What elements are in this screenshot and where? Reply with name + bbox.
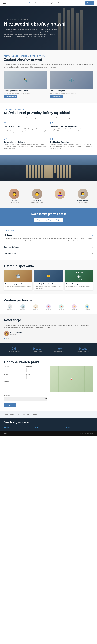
nav-pricing[interactable]: Pricing Plan xyxy=(47,2,55,4)
nav-home[interactable]: Home xyxy=(29,2,33,4)
testimonials-section: Referencje Lorem ipsum dolor sit amet, c… xyxy=(0,314,97,343)
lastname-input[interactable] xyxy=(26,368,47,372)
partner-name-3: CONTACT xyxy=(46,309,51,310)
meetings-section: Ostatnie spotkania 🏛️ Twoi partnerzy spr… xyxy=(0,260,97,294)
footer-nav: Home About FAQ Pricing Plan Contact xyxy=(0,411,97,418)
meeting-text-2: Ut odio elit et dolore magna aliqua at v… xyxy=(66,285,92,287)
footer-link-3[interactable]: Pricing Plan xyxy=(22,414,30,416)
team-member-3: 👩‍💼 NAT REYNOLDS Księgowy-audytor xyxy=(72,188,93,203)
navigation-label: Navigation xyxy=(4,395,47,396)
stat-0: 0% Doświadczeni Klienci xyxy=(4,347,24,352)
team-grid: 👩 CELIA ALMEDA Kierownik biura 👨 JACK AL… xyxy=(4,188,93,203)
partner-icon-1: 🏢 xyxy=(20,304,25,309)
lawyer-title-1: Gwarancja doskonałości prawnej xyxy=(50,126,93,128)
stat-1: 0 tys. Kancelarie prawne xyxy=(27,347,47,352)
cta-button[interactable]: Uzyskaj bezpłatną konsultację xyxy=(34,218,63,222)
lawyers-grid: 01 Obrona Twoich praw Lorem ipsum dolor … xyxy=(4,122,93,150)
stat-2: 0+ Nagrody i certyfikaty xyxy=(50,347,70,352)
contact-form-section: Ochrona Twoich praw First Name Last Name… xyxy=(0,356,97,411)
partner-2: 📋 CONTACT xyxy=(30,304,41,310)
team-member-0: 👩 CELIA ALMEDA Kierownik biura xyxy=(4,188,25,203)
meeting-body-0: Twoi partnerzy sprawiedliwości Ut odio e… xyxy=(4,282,32,288)
contact-item-phone: Telefon: xyxy=(34,426,63,428)
card-btn-1[interactable]: Przeczytaj więcej xyxy=(4,95,17,98)
nav-about[interactable]: About xyxy=(35,2,39,4)
lawyer-item-3: 04 Twoi Zaufani Rzecznicy Lorem ipsum do… xyxy=(50,137,93,150)
team-name-1: JACK ALVAREZ xyxy=(27,200,48,202)
footer-link-2[interactable]: FAQ xyxy=(16,414,19,416)
cta-banner: Twoja tarcza prawna czeka Uzyskaj bezpła… xyxy=(0,208,97,226)
partner-name-5: CONTACT xyxy=(72,309,77,310)
sky-bg xyxy=(0,155,97,165)
lawyer-text-0: Lorem ipsum dolor sit amet, consectetur … xyxy=(4,128,47,134)
partners-title: Zaufani partnerzy xyxy=(4,298,93,302)
hero-text: Lorem ipsum dolor sit amet, consectetur … xyxy=(4,28,58,38)
partners-grid: ⚖️ CONTACT 🏢 CONTACT 📋 CONTACT 🔖 CONTACT… xyxy=(4,304,93,310)
trusted-text: Lorem ipsum dolor sit amet, consectetur … xyxy=(4,64,93,68)
form-field-lastname: Last Name xyxy=(26,366,47,372)
partner-icon-4: 📌 xyxy=(59,304,64,309)
trusted-section: ROZWIĄZANIA EKSPERCKIE W ZAKRESIE PRAWA … xyxy=(0,50,97,104)
lawyer-title-0: Obrona Twoich praw xyxy=(4,126,47,128)
firstname-input[interactable] xyxy=(4,368,25,372)
partner-icon-3: 🔖 xyxy=(46,304,51,309)
stats-grid: 0% Doświadczeni Klienci 0 tys. Kancelari… xyxy=(4,347,93,352)
avatar-3: 👩‍💼 xyxy=(78,188,88,199)
navigation-select[interactable] xyxy=(4,396,47,401)
footer-link-4[interactable]: Contact xyxy=(32,414,37,416)
partner-icon-0: ⚖️ xyxy=(7,304,12,309)
team-name-3: NAT REYNOLDS xyxy=(72,200,93,202)
service-item-1: Criminal Defense ∨ xyxy=(4,244,93,250)
partners-section: Zaufani partnerzy ⚖️ CONTACT 🏢 CONTACT 📋… xyxy=(0,294,97,314)
stat-label-2: Nagrody i certyfikaty xyxy=(50,351,70,352)
service-header-0[interactable]: Civil Law ∧ xyxy=(4,234,93,236)
phone-label: Phone xyxy=(26,374,47,375)
dot-2[interactable] xyxy=(7,338,8,339)
lawyer-item-0: 01 Obrona Twoich praw Lorem ipsum dolor … xyxy=(4,122,47,134)
avatar-1: 👨 xyxy=(32,188,42,199)
firstname-label: First Name xyxy=(4,366,25,368)
submit-button[interactable]: Submit xyxy=(4,403,16,408)
partner-icon-5: ⚡ xyxy=(72,304,77,309)
hero-title: Niezawodni obrońcy prawni xyxy=(4,21,65,27)
dot-0[interactable] xyxy=(4,338,5,339)
nav-cta-button[interactable]: Contact xyxy=(86,1,95,5)
message-textarea[interactable] xyxy=(4,383,47,393)
trusted-title: Zaufani obrońcy prawni xyxy=(4,58,93,62)
team-role-1: Kierownik sprzedaży xyxy=(27,202,48,203)
stat-3: 0 tys. Przypadki rozwiązane xyxy=(73,347,93,352)
partner-3: 🔖 CONTACT xyxy=(43,304,54,310)
nav-faq[interactable]: FAQ xyxy=(41,2,45,4)
meeting-text-0: Ut odio elit et dolore magna aliqua at v… xyxy=(5,285,31,287)
stat-label-1: Kancelarie prawne xyxy=(27,351,47,352)
footer-link-1[interactable]: About xyxy=(10,414,14,416)
service-title-0: Civil Law xyxy=(4,234,12,236)
dot-1[interactable] xyxy=(6,338,7,339)
stat-num-2: 0+ xyxy=(50,347,70,350)
stat-num-0: 0% xyxy=(4,347,24,350)
service-header-2[interactable]: Corporate Law ∨ xyxy=(4,252,93,254)
partner-4: 📌 CONTACT xyxy=(56,304,67,310)
card-sample-1: Sample text: Click to select the Text El… xyxy=(4,92,47,94)
footer-links: Home About FAQ Pricing Plan Contact xyxy=(4,414,93,416)
contact-email-label: E-mail: xyxy=(4,426,32,428)
contact-info-section: Skontaktuj się z nami E-mail: Telefon: A… xyxy=(0,418,97,431)
email-input[interactable] xyxy=(4,375,25,379)
testimonial-avatar: 👩 xyxy=(4,331,9,336)
avatar-0: 👩 xyxy=(9,188,19,199)
service-header-1[interactable]: Criminal Defense ∨ xyxy=(4,246,93,248)
contact-item-email: E-mail: xyxy=(4,426,32,428)
card-btn-2[interactable]: Przeczytaj więcej xyxy=(50,95,63,98)
stats-section: 0% Doświadczeni Klienci 0 tys. Kancelari… xyxy=(0,343,97,356)
partner-icon-2: 📋 xyxy=(33,304,38,309)
stat-num-3: 0 tys. xyxy=(73,347,93,350)
service-title-2: Corporate Law xyxy=(4,252,16,254)
avatar-2: 👩‍🦰 xyxy=(55,188,65,199)
nav-contact[interactable]: Contact xyxy=(58,2,63,4)
service-item-2: Corporate Law ∨ xyxy=(4,250,93,256)
lawyer-item-2: 03 Sprawiedliwość i Ochrona Lorem ipsum … xyxy=(4,137,47,150)
footer-link-0[interactable]: Home xyxy=(4,414,8,416)
trusted-label: ROZWIĄZANIA EKSPERCKIE W ZAKRESIE PRAWA xyxy=(4,55,93,57)
phone-input[interactable] xyxy=(26,375,47,379)
meeting-body-1: Rewolucja Ekspercka w Zakresie At vero e… xyxy=(34,282,63,290)
